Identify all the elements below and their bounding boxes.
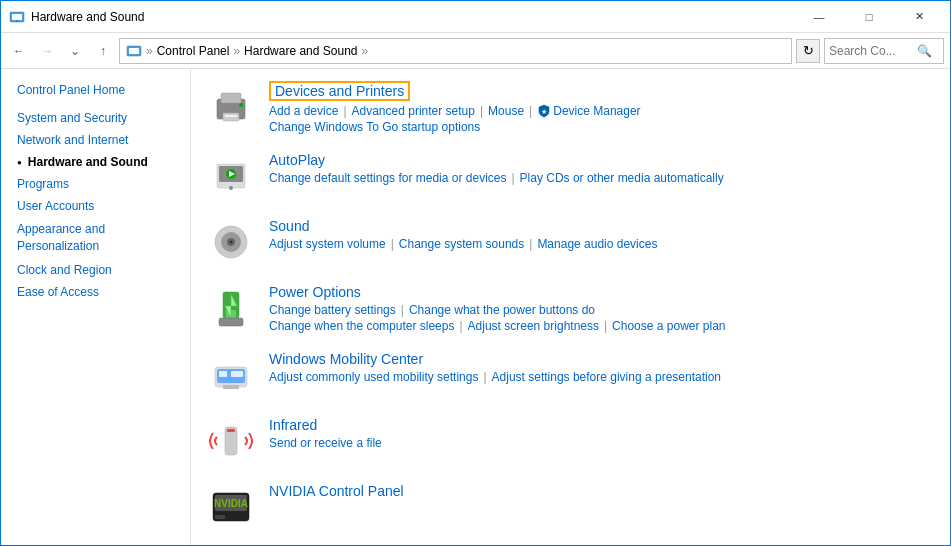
close-button[interactable]: ✕ <box>896 1 942 33</box>
advanced-printer-link[interactable]: Advanced printer setup <box>352 104 475 118</box>
devices-printers-icon <box>207 81 255 129</box>
autoplay-title[interactable]: AutoPlay <box>269 152 325 168</box>
mobility-links: Adjust commonly used mobility settings |… <box>269 370 934 384</box>
active-bullet: ● <box>17 158 22 167</box>
address-path: » Control Panel » Hardware and Sound » <box>119 38 792 64</box>
minimize-button[interactable]: — <box>796 1 842 33</box>
autoplay-info: AutoPlay Change default settings for med… <box>269 152 934 185</box>
windows-to-go-link[interactable]: Change Windows To Go startup options <box>269 120 480 134</box>
sidebar-item-system-security[interactable]: System and Security <box>1 107 190 129</box>
power-title[interactable]: Power Options <box>269 284 361 300</box>
battery-settings-link[interactable]: Change battery settings <box>269 303 396 317</box>
sep4: | <box>511 171 514 185</box>
adjust-volume-link[interactable]: Adjust system volume <box>269 237 386 251</box>
sep8: | <box>459 319 462 333</box>
window-controls: — □ ✕ <box>796 1 942 33</box>
panel-sound: Sound Adjust system volume | Change syst… <box>207 218 934 266</box>
search-input[interactable] <box>829 44 917 58</box>
sound-title[interactable]: Sound <box>269 218 309 234</box>
back-button[interactable]: ← <box>7 39 31 63</box>
sep6: | <box>529 237 532 251</box>
svg-point-13 <box>229 186 233 190</box>
svg-rect-8 <box>225 115 237 117</box>
recent-button[interactable]: ⌄ <box>63 39 87 63</box>
content-area: Devices and Printers Add a device | Adva… <box>191 69 950 545</box>
maximize-button[interactable]: □ <box>846 1 892 33</box>
nvidia-info: NVIDIA Control Panel <box>269 483 934 502</box>
sound-links: Adjust system volume | Change system sou… <box>269 237 934 251</box>
svg-rect-1 <box>12 14 22 20</box>
infrared-title[interactable]: Infrared <box>269 417 317 433</box>
forward-button[interactable]: → <box>35 39 59 63</box>
panel-infrared: Infrared Send or receive a file <box>207 417 934 465</box>
computer-sleeps-link[interactable]: Change when the computer sleeps <box>269 319 454 333</box>
svg-rect-6 <box>221 93 241 103</box>
sep7: | <box>401 303 404 317</box>
nvidia-title[interactable]: NVIDIA Control Panel <box>269 483 404 499</box>
infrared-file-link[interactable]: Send or receive a file <box>269 436 382 450</box>
search-icon: 🔍 <box>917 44 932 58</box>
panel-mobility: Windows Mobility Center Adjust commonly … <box>207 351 934 399</box>
mouse-link[interactable]: Mouse <box>488 104 524 118</box>
autoplay-default-link[interactable]: Change default settings for media or dev… <box>269 171 506 185</box>
sidebar-item-control-panel-home[interactable]: Control Panel Home <box>1 79 190 101</box>
sep5: | <box>391 237 394 251</box>
change-sounds-link[interactable]: Change system sounds <box>399 237 524 251</box>
autoplay-links: Change default settings for media or dev… <box>269 171 934 185</box>
svg-rect-4 <box>129 48 139 54</box>
power-info: Power Options Change battery settings | … <box>269 284 934 333</box>
sound-icon <box>207 218 255 266</box>
power-links-row2: Change when the computer sleeps | Adjust… <box>269 319 934 333</box>
svg-point-19 <box>230 241 233 244</box>
autoplay-cds-link[interactable]: Play CDs or other media automatically <box>520 171 724 185</box>
sep9: | <box>604 319 607 333</box>
power-buttons-link[interactable]: Change what the power buttons do <box>409 303 595 317</box>
svg-rect-34 <box>215 515 225 519</box>
svg-rect-28 <box>231 371 243 377</box>
sidebar-item-programs[interactable]: Programs <box>1 173 190 195</box>
sidebar-item-clock-region[interactable]: Clock and Region <box>1 259 190 281</box>
power-icon <box>207 284 255 332</box>
devices-printers-info: Devices and Printers Add a device | Adva… <box>269 81 934 134</box>
sep1: | <box>343 104 346 118</box>
mobility-info: Windows Mobility Center Adjust commonly … <box>269 351 934 384</box>
devices-printers-title[interactable]: Devices and Printers <box>269 81 410 101</box>
sidebar: Control Panel Home System and Security N… <box>1 69 191 545</box>
up-button[interactable]: ↑ <box>91 39 115 63</box>
sidebar-item-user-accounts[interactable]: User Accounts <box>1 195 190 217</box>
add-device-link[interactable]: Add a device <box>269 104 338 118</box>
sidebar-item-ease-access[interactable]: Ease of Access <box>1 281 190 303</box>
sound-info: Sound Adjust system volume | Change syst… <box>269 218 934 251</box>
screen-brightness-link[interactable]: Adjust screen brightness <box>468 319 599 333</box>
svg-rect-30 <box>227 429 235 432</box>
sidebar-item-hardware-sound: ● Hardware and Sound <box>1 151 190 173</box>
panel-autoplay: AutoPlay Change default settings for med… <box>207 152 934 200</box>
main-window: Hardware and Sound — □ ✕ ← → ⌄ ↑ » Contr… <box>0 0 951 546</box>
sep3: | <box>529 104 532 118</box>
path-hardware-sound[interactable]: Hardware and Sound <box>244 44 357 58</box>
search-box: 🔍 <box>824 38 944 64</box>
title-bar: Hardware and Sound — □ ✕ <box>1 1 950 33</box>
main-content: Control Panel Home System and Security N… <box>1 69 950 545</box>
power-links-row1: Change battery settings | Change what th… <box>269 303 934 317</box>
svg-text:★: ★ <box>541 108 547 115</box>
svg-text:NVIDIA: NVIDIA <box>214 498 248 509</box>
refresh-button[interactable]: ↻ <box>796 39 820 63</box>
path-control-panel[interactable]: Control Panel <box>157 44 230 58</box>
window-icon <box>9 9 25 25</box>
address-bar: ← → ⌄ ↑ » Control Panel » Hardware and S… <box>1 33 950 69</box>
power-plan-link[interactable]: Choose a power plan <box>612 319 725 333</box>
manage-audio-link[interactable]: Manage audio devices <box>537 237 657 251</box>
presentation-link[interactable]: Adjust settings before giving a presenta… <box>492 370 721 384</box>
device-manager-link[interactable]: Device Manager <box>553 104 640 118</box>
mobility-settings-link[interactable]: Adjust commonly used mobility settings <box>269 370 478 384</box>
svg-rect-23 <box>219 318 243 326</box>
sidebar-item-network-internet[interactable]: Network and Internet <box>1 129 190 151</box>
mobility-title[interactable]: Windows Mobility Center <box>269 351 423 367</box>
devices-printers-extra-links: Change Windows To Go startup options <box>269 120 934 134</box>
nvidia-icon: NVIDIA <box>207 483 255 531</box>
autoplay-icon <box>207 152 255 200</box>
sidebar-item-appearance[interactable]: Appearance and Personalization <box>1 217 190 259</box>
mobility-icon <box>207 351 255 399</box>
shield-icon: ★ <box>537 104 551 118</box>
